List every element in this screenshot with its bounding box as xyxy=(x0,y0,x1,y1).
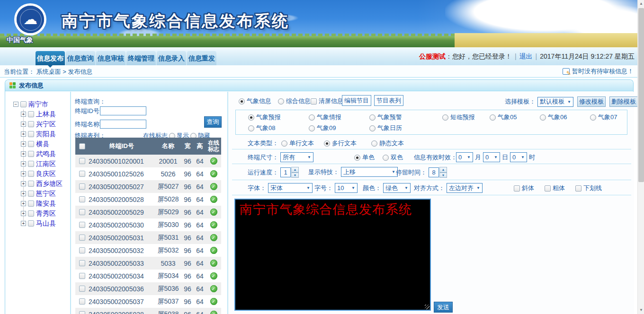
category-option[interactable]: 气象05 xyxy=(490,113,517,122)
category-radio[interactable] xyxy=(369,125,376,131)
select-all-checkbox[interactable] xyxy=(79,143,85,149)
table-row[interactable]: 240305002005036屏50369664✓ xyxy=(75,282,221,295)
validity-day-select[interactable]: 0▼ xyxy=(483,152,500,162)
modify-template-button[interactable]: 修改模板 xyxy=(577,96,606,107)
delete-template-button[interactable]: 删除模板 xyxy=(609,96,638,107)
bold-option[interactable]: 粗体 xyxy=(545,184,565,192)
tree-checkbox[interactable] xyxy=(28,161,34,167)
italic-option[interactable]: 斜体 xyxy=(514,184,534,192)
table-row[interactable]: 240305002005037屏50379664✓ xyxy=(75,295,221,308)
validity-hour-select[interactable]: 0▼ xyxy=(510,152,527,162)
tree-node[interactable]: +武鸣县 xyxy=(5,149,70,159)
static-text-radio[interactable] xyxy=(371,140,377,147)
tab-info-audit[interactable]: 信息审核 xyxy=(96,51,125,65)
program-list-button[interactable]: 节目表列 xyxy=(374,95,403,106)
speed-value[interactable]: 1 xyxy=(280,167,291,177)
mono-color-radio[interactable] xyxy=(354,155,360,161)
speed-down-button[interactable]: ▼ xyxy=(291,173,299,178)
row-checkbox[interactable] xyxy=(79,247,85,253)
tree-checkbox[interactable] xyxy=(28,191,34,197)
color-select[interactable]: 绿色▼ xyxy=(383,183,411,193)
table-row[interactable]: 240305002005038屏50389664✓ xyxy=(75,308,221,314)
table-row[interactable]: 240305002005032屏50329664✓ xyxy=(75,244,221,257)
category-radio[interactable] xyxy=(490,114,496,121)
category-radio[interactable] xyxy=(309,125,315,131)
tree-node[interactable]: +马山县 xyxy=(5,218,70,228)
tree-checkbox[interactable] xyxy=(20,101,27,107)
row-checkbox[interactable] xyxy=(79,273,85,279)
table-row[interactable]: 240305002005028屏50289664✓ xyxy=(75,193,221,206)
single-line-radio[interactable] xyxy=(281,140,287,147)
tree-node-label[interactable]: 横县 xyxy=(36,140,49,148)
category-option[interactable]: 气象预警 xyxy=(369,113,402,122)
row-checkbox[interactable] xyxy=(79,222,85,228)
category-option[interactable]: 气象预报 xyxy=(248,113,281,122)
row-checkbox[interactable] xyxy=(79,298,85,305)
tree-expand-icon[interactable]: + xyxy=(21,112,26,117)
bold-checkbox[interactable] xyxy=(545,185,551,192)
category-option[interactable]: 气象情报 xyxy=(309,113,341,122)
category-radio[interactable] xyxy=(248,114,254,121)
tree-checkbox[interactable] xyxy=(28,151,34,157)
tree-node[interactable]: +江南区 xyxy=(5,159,70,169)
category-radio[interactable] xyxy=(369,114,376,121)
tree-expand-icon[interactable]: + xyxy=(21,221,26,226)
tree-node-label[interactable]: 武鸣县 xyxy=(36,150,56,158)
tab-info-query[interactable]: 信息查询 xyxy=(66,51,95,65)
underline-option[interactable]: 下划线 xyxy=(575,184,602,192)
tree-node[interactable]: +上林县 xyxy=(5,109,70,119)
tree-expand-icon[interactable]: + xyxy=(21,151,26,157)
stay-up-button[interactable]: ▲ xyxy=(439,167,447,173)
tree-node-label[interactable]: 马山县 xyxy=(36,219,56,228)
tree-expand-icon[interactable]: + xyxy=(21,211,26,216)
dual-color-option[interactable]: 双色 xyxy=(383,153,403,162)
terminal-name-input[interactable] xyxy=(100,120,146,129)
table-row[interactable]: 240305002005030屏50309664✓ xyxy=(75,218,221,231)
tree-checkbox[interactable] xyxy=(28,131,34,137)
tree-node-label[interactable]: 南宁市 xyxy=(28,100,48,109)
tree-node[interactable]: +隆安县 xyxy=(5,199,70,209)
tab-terminal-manage[interactable]: 终端管理 xyxy=(126,51,156,65)
tree-node-root[interactable]: − 南宁市 xyxy=(5,99,70,109)
terminal-id-input[interactable] xyxy=(100,106,146,115)
multi-line-radio[interactable] xyxy=(324,140,330,147)
template-select[interactable]: 默认模板 ▼ xyxy=(537,97,573,107)
stay-value[interactable]: 8 xyxy=(429,167,439,177)
tree-checkbox[interactable] xyxy=(28,220,34,227)
tree-node-label[interactable]: 隆安县 xyxy=(36,200,56,208)
tree-checkbox[interactable] xyxy=(28,141,34,147)
scroll-up-button[interactable]: ▲ xyxy=(638,0,644,8)
row-checkbox[interactable] xyxy=(79,235,85,241)
category-radio[interactable] xyxy=(309,114,315,121)
tree-node[interactable]: +青秀区 xyxy=(5,209,70,218)
tab-info-publish[interactable]: 信息发布 xyxy=(36,51,65,65)
effect-select[interactable]: 上移 ▼ xyxy=(341,167,398,177)
italic-checkbox[interactable] xyxy=(514,185,520,192)
category-option[interactable]: 短临预报 xyxy=(442,113,475,122)
tree-node[interactable]: +宾阳县 xyxy=(5,129,70,139)
table-row[interactable]: 240305002005031屏50319664✓ xyxy=(75,231,221,244)
tree-node-label[interactable]: 江南区 xyxy=(36,160,56,168)
terminal-size-select[interactable]: 所有 ▼ xyxy=(280,152,313,162)
send-button[interactable]: 发送 xyxy=(434,302,453,313)
row-checkbox[interactable] xyxy=(79,196,85,202)
row-checkbox[interactable] xyxy=(79,286,85,292)
table-row[interactable]: 240305002005029屏50299664✓ xyxy=(75,206,221,218)
validity-month-select[interactable]: 0▼ xyxy=(456,152,473,162)
table-row[interactable]: 240305002005027屏50279664✓ xyxy=(75,180,221,193)
category-radio[interactable] xyxy=(590,114,596,121)
tree-node[interactable]: +横县 xyxy=(5,139,70,149)
category-option[interactable]: 气象06 xyxy=(540,113,567,122)
edit-program-button[interactable]: 编辑节目 xyxy=(342,95,371,106)
tree-node[interactable]: +西乡塘区 xyxy=(5,179,70,189)
table-row[interactable]: 24030500200503350339664✓ xyxy=(75,257,221,270)
tree-checkbox[interactable] xyxy=(28,121,34,127)
text-type-single[interactable]: 单行文本 xyxy=(281,139,314,148)
tree-node-label[interactable]: 宾阳县 xyxy=(36,130,56,139)
tree-node-label[interactable]: 西乡塘区 xyxy=(36,180,63,188)
speed-up-button[interactable]: ▲ xyxy=(291,167,299,173)
row-checkbox[interactable] xyxy=(79,183,85,190)
tree-node-label[interactable]: 青秀区 xyxy=(36,209,56,218)
row-checkbox[interactable] xyxy=(79,209,85,215)
comprehensive-info-radio[interactable] xyxy=(278,98,284,105)
